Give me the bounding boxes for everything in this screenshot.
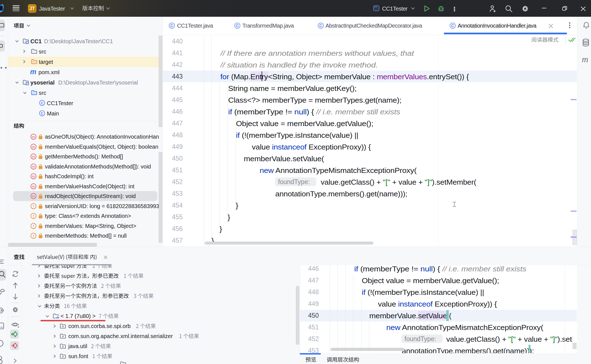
- svg-text:C: C: [451, 23, 454, 28]
- svg-text:f: f: [33, 214, 34, 218]
- svg-text:f: f: [33, 204, 34, 208]
- svg-text:C: C: [319, 23, 322, 28]
- svg-text:f: f: [33, 234, 34, 238]
- svg-text:m: m: [32, 165, 35, 169]
- svg-text:m: m: [32, 145, 35, 149]
- svg-text:f: f: [33, 224, 34, 228]
- svg-text:m: m: [32, 194, 35, 198]
- svg-text:C: C: [41, 101, 44, 105]
- svg-text:m: m: [32, 155, 35, 159]
- svg-text:m: m: [32, 184, 35, 189]
- svg-text:C: C: [41, 111, 44, 115]
- svg-text:C: C: [236, 23, 239, 28]
- svg-text:C: C: [170, 23, 173, 28]
- svg-text:m: m: [32, 174, 35, 179]
- svg-text:m: m: [32, 135, 35, 139]
